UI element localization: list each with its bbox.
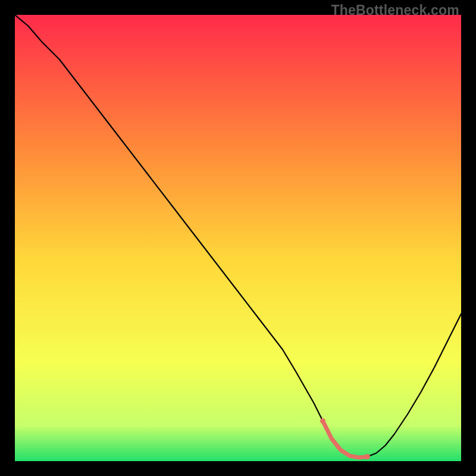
chart-svg: [15, 15, 461, 461]
highlight-endpoint-left: [320, 418, 325, 424]
plot-area: [15, 15, 461, 461]
chart-frame: { "watermark": "TheBottleneck.com", "col…: [0, 0, 476, 476]
gradient-background: [15, 15, 461, 461]
highlight-endpoint-right: [365, 454, 370, 459]
